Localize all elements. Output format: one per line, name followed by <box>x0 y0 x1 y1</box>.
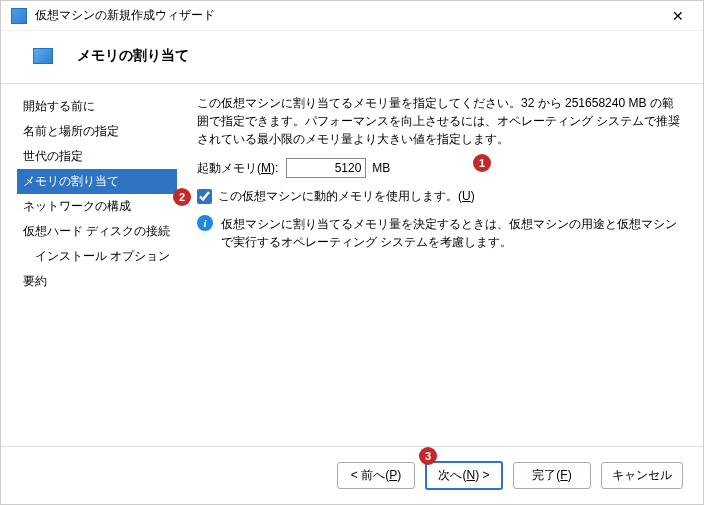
prev-button[interactable]: < 前へ(P) <box>337 462 415 489</box>
dynamic-memory-checkbox[interactable] <box>197 189 212 204</box>
next-button[interactable]: 次へ(N) > <box>425 461 503 490</box>
wizard-steps: 開始する前に 名前と場所の指定 世代の指定 メモリの割り当て ネットワークの構成… <box>17 94 177 294</box>
startup-memory-row: 1 起動メモリ(M): MB <box>197 158 683 178</box>
titlebar: 仮想マシンの新規作成ウィザード ✕ <box>1 1 703 31</box>
info-icon: i <box>197 215 213 231</box>
step-generation[interactable]: 世代の指定 <box>17 144 177 169</box>
memory-unit: MB <box>372 161 390 175</box>
startup-memory-label: 起動メモリ(M): <box>197 160 278 177</box>
description-text: この仮想マシンに割り当てるメモリ量を指定してください。32 から 2516582… <box>197 94 683 148</box>
app-icon <box>11 8 27 24</box>
info-text: 仮想マシンに割り当てるメモリ量を決定するときは、仮想マシンの用途と仮想マシンで実… <box>221 215 683 251</box>
info-row: i 仮想マシンに割り当てるメモリ量を決定するときは、仮想マシンの用途と仮想マシン… <box>197 215 683 251</box>
wizard-footer: < 前へ(P) 3 次へ(N) > 完了(F) キャンセル <box>1 446 703 504</box>
step-network[interactable]: ネットワークの構成 <box>17 194 177 219</box>
annotation-badge-1: 1 <box>473 154 491 172</box>
step-summary[interactable]: 要約 <box>17 269 177 294</box>
page-title: メモリの割り当て <box>77 47 189 65</box>
wizard-header: メモリの割り当て <box>1 31 703 83</box>
dynamic-memory-row: 2 この仮想マシンに動的メモリを使用します。(U) <box>197 188 683 205</box>
finish-button[interactable]: 完了(F) <box>513 462 591 489</box>
step-install-options[interactable]: インストール オプション <box>17 244 177 269</box>
header-icon <box>33 48 53 64</box>
cancel-button[interactable]: キャンセル <box>601 462 683 489</box>
close-icon[interactable]: ✕ <box>663 8 693 24</box>
step-before-begin[interactable]: 開始する前に <box>17 94 177 119</box>
main-panel: この仮想マシンに割り当てるメモリ量を指定してください。32 から 2516582… <box>177 94 687 294</box>
step-vhd[interactable]: 仮想ハード ディスクの接続 <box>17 219 177 244</box>
step-memory[interactable]: メモリの割り当て <box>17 169 177 194</box>
step-name-location[interactable]: 名前と場所の指定 <box>17 119 177 144</box>
startup-memory-input[interactable] <box>286 158 366 178</box>
annotation-badge-3: 3 <box>419 447 437 465</box>
dynamic-memory-label: この仮想マシンに動的メモリを使用します。(U) <box>218 188 475 205</box>
window-title: 仮想マシンの新規作成ウィザード <box>35 7 663 24</box>
annotation-badge-2: 2 <box>173 188 191 206</box>
